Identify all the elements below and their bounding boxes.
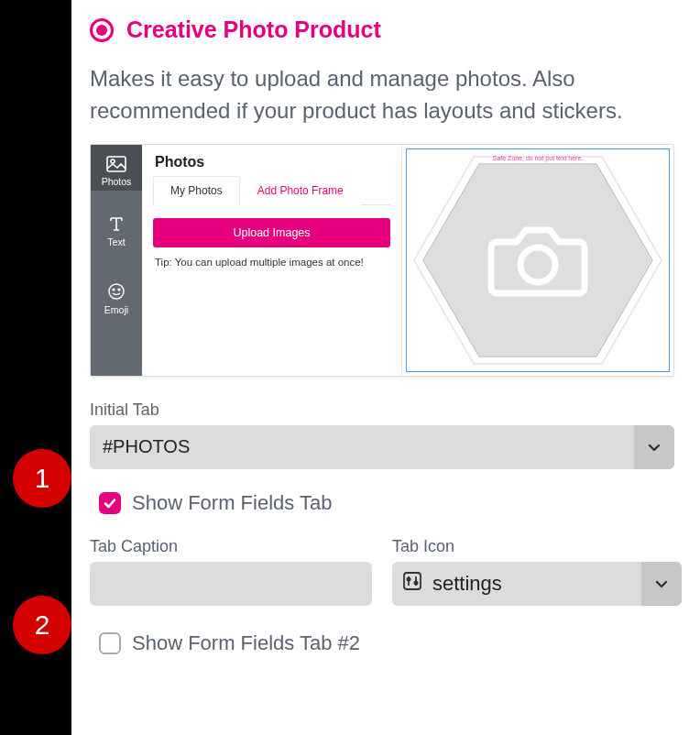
text-icon (107, 214, 126, 233)
preview-sidebar-label: Photos (102, 176, 132, 187)
initial-tab-label: Initial Tab (90, 400, 682, 420)
svg-point-4 (118, 289, 120, 291)
safe-zone-text: Safe Zone, do not put text here. (407, 155, 669, 161)
svg-point-2 (109, 284, 124, 299)
editor-preview: Photos Text (90, 144, 674, 377)
preview-sidebar-photos: Photos (91, 145, 142, 191)
show-form-fields-2-label: Show Form Fields Tab #2 (132, 631, 360, 655)
svg-point-9 (407, 577, 410, 580)
callout-marker-2: 2 (13, 596, 71, 654)
svg-point-3 (113, 289, 115, 291)
preview-panel-title: Photos (155, 154, 390, 170)
tab-caption-label: Tab Caption (90, 537, 372, 556)
svg-point-7 (520, 247, 555, 281)
option-description: Makes it easy to upload and manage photo… (90, 63, 682, 127)
svg-rect-0 (107, 157, 126, 171)
preview-sidebar: Photos Text (91, 145, 142, 376)
preview-tab-add-frame: Add Photo Frame (240, 176, 361, 205)
emoji-icon (107, 282, 126, 301)
svg-point-1 (111, 159, 115, 163)
preview-sidebar-text: Text (91, 203, 142, 251)
initial-tab-select[interactable]: #PHOTOS (90, 425, 674, 469)
show-form-fields-label: Show Form Fields Tab (132, 491, 332, 515)
svg-rect-8 (404, 573, 421, 589)
radio-selected-icon[interactable] (90, 18, 114, 42)
preview-main-panel: Photos My Photos Add Photo Frame Upload … (142, 145, 402, 376)
checkbox-checked-icon[interactable] (99, 492, 121, 514)
option-heading-row[interactable]: Creative Photo Product (90, 16, 682, 43)
show-form-fields-2-row[interactable]: Show Form Fields Tab #2 (90, 631, 682, 655)
chevron-down-icon[interactable] (634, 425, 674, 469)
preview-upload-button: Upload Images (153, 218, 390, 247)
chevron-down-icon[interactable] (641, 562, 682, 606)
option-title: Creative Photo Product (126, 16, 381, 43)
content-area: Creative Photo Product Makes it easy to … (71, 0, 700, 735)
preview-tip-text: Tip: You can upload multiple images at o… (155, 257, 390, 268)
preview-sidebar-label: Text (107, 236, 125, 247)
preview-tab-my-photos: My Photos (153, 176, 240, 205)
tab-icon-select[interactable]: settings (392, 562, 682, 606)
preview-canvas: Safe Zone, do not put text here. (402, 145, 673, 376)
preview-sidebar-emoji: Emoji (91, 271, 142, 319)
tab-icon-label: Tab Icon (392, 537, 682, 556)
initial-tab-value: #PHOTOS (103, 436, 190, 457)
preview-canvas-frame: Safe Zone, do not put text here. (406, 148, 670, 372)
checkbox-unchecked-icon[interactable] (99, 632, 121, 654)
show-form-fields-row[interactable]: Show Form Fields Tab (90, 491, 682, 515)
tab-icon-value: settings (432, 572, 502, 596)
svg-point-10 (414, 581, 417, 584)
sliders-icon (401, 570, 423, 598)
preview-sidebar-label: Emoji (104, 304, 128, 315)
image-icon (106, 156, 126, 172)
preview-tabs: My Photos Add Photo Frame (153, 176, 390, 205)
tab-caption-input[interactable] (90, 562, 372, 606)
camera-icon (487, 218, 588, 304)
callout-marker-1: 1 (13, 449, 71, 508)
